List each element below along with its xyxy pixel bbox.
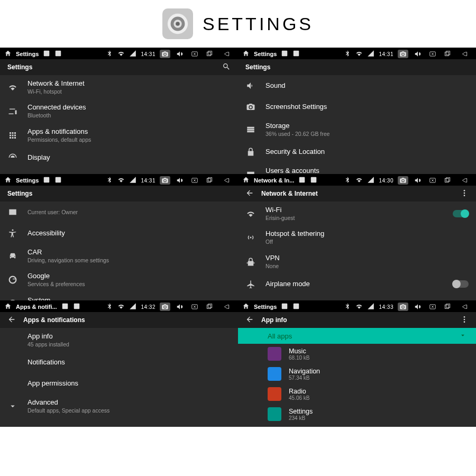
app-row[interactable]: Settings 234 kB	[238, 404, 476, 424]
screenshot-icon[interactable]	[398, 50, 408, 58]
settings-row[interactable]: System Languages, time, backup, updates	[0, 292, 238, 300]
screenshot-icon[interactable]	[398, 303, 408, 311]
back-nav-icon[interactable]	[219, 176, 234, 185]
panel-3: Network & In... 14:30 Network & Internet	[238, 174, 476, 300]
screenshot-icon[interactable]	[398, 176, 408, 185]
volume-icon[interactable]	[175, 303, 185, 311]
row-label: Notifications	[28, 358, 231, 367]
home-icon[interactable]	[242, 303, 250, 311]
home-icon[interactable]	[4, 50, 12, 58]
settings-row[interactable]: Sound	[238, 75, 476, 96]
screenshot-icon[interactable]	[160, 176, 170, 185]
settings-row[interactable]: Google Services & preferences	[0, 268, 238, 291]
volume-icon[interactable]	[413, 176, 423, 185]
home-icon[interactable]	[242, 176, 250, 185]
all-apps-dropdown[interactable]: All apps	[238, 328, 476, 344]
recent-icon[interactable]	[442, 176, 453, 185]
recent-icon[interactable]	[204, 176, 215, 185]
row-label: Apps & notifications	[28, 127, 231, 136]
back-nav-icon[interactable]	[219, 303, 234, 311]
settings-row[interactable]: Notifications	[0, 352, 238, 373]
settings-row[interactable]: CAR Driving, navigation some settings	[0, 244, 238, 268]
clock: 14:33	[379, 304, 393, 310]
breadcrumb[interactable]: Network & In...	[254, 177, 294, 184]
settings-row[interactable]: Accessibility	[0, 223, 238, 244]
settings-row[interactable]: Sound	[0, 168, 238, 174]
breadcrumb[interactable]: Settings	[16, 177, 39, 184]
home-icon[interactable]	[4, 303, 12, 311]
settings-row[interactable]: Users & accounts Current user: Owner	[238, 162, 476, 174]
volume-icon[interactable]	[175, 50, 185, 58]
app-row[interactable]: Navigation 57.34 kB	[238, 364, 476, 384]
status-bar: Network & In... 14:30	[238, 175, 476, 186]
back-nav-icon[interactable]	[457, 303, 472, 311]
row-label: Google	[28, 272, 231, 281]
recent-icon[interactable]	[442, 50, 453, 58]
breadcrumb[interactable]: Settings	[254, 304, 277, 310]
app-row[interactable]: Radio 45.06 kB	[238, 384, 476, 404]
recent-icon[interactable]	[204, 50, 215, 58]
settings-row[interactable]: Advanced Default apps, Special app acces…	[0, 394, 238, 418]
camera-icon	[245, 102, 256, 112]
settings-row[interactable]: Security & Location	[238, 141, 476, 162]
app-icon	[268, 347, 281, 361]
settings-row[interactable]: Current user: Owner	[0, 202, 238, 223]
google-icon	[7, 274, 18, 285]
back-nav-icon[interactable]	[219, 50, 234, 58]
more-icon[interactable]	[460, 315, 469, 325]
close-app-icon[interactable]	[189, 303, 200, 311]
toggle-switch[interactable]	[453, 210, 469, 217]
row-label: Hotspot & tethering	[266, 230, 469, 239]
settings-row[interactable]: Storage 36% used - 20.62 GB free	[238, 117, 476, 141]
recent-icon[interactable]	[204, 303, 215, 311]
settings-row[interactable]: Wi-Fi Erisin-guest	[238, 202, 476, 225]
screenshot-icon[interactable]	[160, 50, 170, 58]
settings-row[interactable]: App permissions	[0, 373, 238, 394]
back-button[interactable]	[245, 315, 254, 325]
apps-icon	[7, 130, 18, 141]
volume-icon[interactable]	[175, 176, 185, 185]
app-row[interactable]: Music 68.10 kB	[238, 344, 476, 364]
wifi-icon	[355, 176, 363, 185]
home-icon[interactable]	[4, 176, 12, 185]
sub-header: App info	[238, 312, 476, 328]
close-app-icon[interactable]	[427, 176, 438, 185]
settings-row[interactable]: Airplane mode	[238, 273, 476, 295]
close-app-icon[interactable]	[427, 303, 438, 311]
close-app-icon[interactable]	[189, 50, 200, 58]
settings-row[interactable]: Display	[0, 147, 238, 168]
settings-row[interactable]: Screenshot Settings	[238, 96, 476, 117]
settings-row[interactable]: Apps & notifications Permissions, defaul…	[0, 123, 238, 147]
back-button[interactable]	[245, 189, 254, 199]
volume-icon[interactable]	[413, 303, 423, 311]
recent-icon[interactable]	[442, 303, 453, 311]
search-icon[interactable]	[222, 62, 231, 72]
breadcrumb[interactable]: Apps & notifi...	[16, 304, 57, 310]
app-size: 234 kB	[289, 415, 313, 421]
row-label: Users & accounts	[266, 167, 469, 174]
volume-icon[interactable]	[413, 50, 423, 58]
row-label: Network & Internet	[28, 79, 231, 88]
sub-header: Settings	[0, 59, 238, 75]
settings-row[interactable]: Network & Internet Wi-Fi, hotspot	[0, 75, 238, 99]
settings-row[interactable]: Hotspot & tethering Off	[238, 225, 476, 249]
back-nav-icon[interactable]	[457, 176, 472, 185]
home-icon[interactable]	[242, 50, 250, 58]
settings-row[interactable]: Connected devices Bluetooth	[0, 99, 238, 123]
settings-row[interactable]: App info 45 apps installed	[0, 328, 238, 352]
more-icon[interactable]	[460, 189, 469, 199]
close-app-icon[interactable]	[189, 176, 200, 185]
screenshot-icon[interactable]	[160, 303, 170, 311]
row-sub: Driving, navigation some settings	[28, 257, 231, 264]
breadcrumb[interactable]: Settings	[16, 51, 39, 57]
settings-row[interactable]: VPN None	[238, 250, 476, 273]
signal-icon	[367, 176, 374, 185]
back-button[interactable]	[7, 315, 16, 325]
toggle-switch[interactable]	[453, 280, 469, 288]
pic-icon	[281, 303, 288, 311]
row-label: Accessibility	[28, 229, 231, 238]
back-nav-icon[interactable]	[457, 50, 472, 58]
breadcrumb[interactable]: Settings	[254, 51, 277, 57]
close-app-icon[interactable]	[427, 50, 438, 58]
signal-icon	[129, 176, 136, 185]
